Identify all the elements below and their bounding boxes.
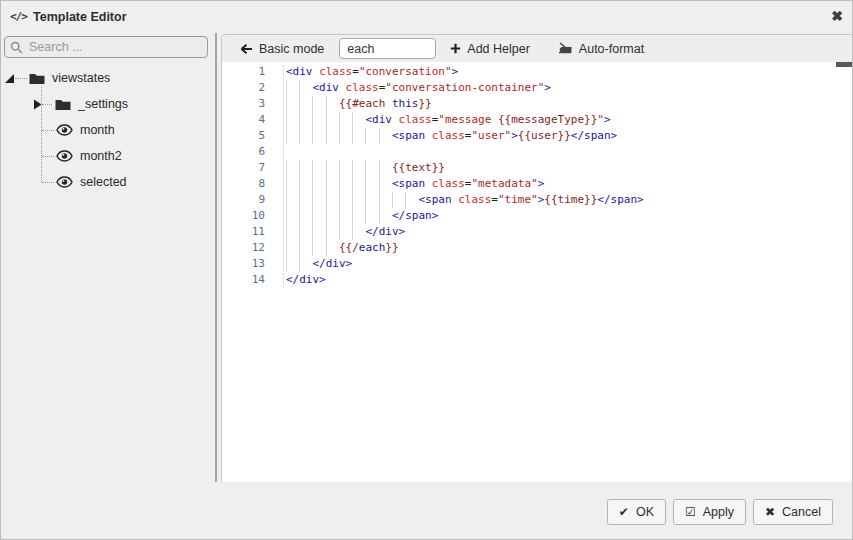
code-token: }} <box>418 96 431 112</box>
close-icon[interactable]: ✖ <box>831 8 843 24</box>
scrollbar-thumb[interactable] <box>836 62 852 67</box>
search-box <box>4 36 208 58</box>
indent-guides <box>286 176 392 192</box>
code-line[interactable]: 8<span class="metadata"> <box>222 176 852 192</box>
dialog-footer: ✔OK☑Apply✖Cancel <box>1 482 852 539</box>
code-line[interactable]: 9<span class="time">{{time}}</span> <box>222 192 852 208</box>
check-square-icon: ☑ <box>685 505 696 519</box>
paint-brush-icon <box>558 42 573 55</box>
tree-item-viewstates[interactable]: viewstates <box>1 65 213 91</box>
basic-mode-button[interactable]: Basic mode <box>240 42 324 56</box>
code-token: <span <box>392 128 432 144</box>
x-icon: ✖ <box>765 505 775 519</box>
code-line[interactable]: 11</div> <box>222 224 852 240</box>
code-icon: </> <box>10 10 27 23</box>
editor-panel: Basic mode Add Helper <box>221 34 853 484</box>
check-icon: ✔ <box>619 505 629 519</box>
tree-item-_settings[interactable]: _settings <box>1 91 213 117</box>
code-token: {{time}} <box>544 192 597 208</box>
folder-icon <box>55 98 71 111</box>
code-token: "user" <box>471 128 511 144</box>
search-input[interactable] <box>4 36 208 58</box>
tree-item-label: _settings <box>78 97 128 111</box>
tree-item-selected[interactable]: selected <box>1 169 213 195</box>
indent-guides <box>286 224 365 240</box>
code-token: "message <box>438 112 498 128</box>
code-line[interactable]: 1<div class="conversation"> <box>222 64 852 80</box>
code-token: <div <box>312 80 345 96</box>
line-number: 5 <box>222 128 284 144</box>
eye-icon <box>56 176 73 188</box>
indent-guides <box>286 240 339 256</box>
code-token: </span> <box>392 208 438 224</box>
footer-buttons: ✔OK☑Apply✖Cancel <box>607 499 833 525</box>
helper-name-input[interactable] <box>339 38 436 59</box>
code-line[interactable]: 2<div class="conversation-container"> <box>222 80 852 96</box>
code-line[interactable]: 14</div> <box>222 272 852 288</box>
button-label: Apply <box>703 505 734 519</box>
code-line[interactable]: 12{{/each}} <box>222 240 852 256</box>
code-token: each <box>359 240 386 256</box>
tree-connector <box>42 156 54 157</box>
plus-icon <box>450 43 461 54</box>
code-token: " <box>597 112 604 128</box>
ok-button[interactable]: ✔OK <box>607 499 666 525</box>
tree-connector <box>42 104 52 105</box>
line-number: 13 <box>222 256 284 272</box>
line-number: 11 <box>222 224 284 240</box>
code-line[interactable]: 3{{#each this}} <box>222 96 852 112</box>
code-line[interactable]: 5<span class="user">{{user}}</span> <box>222 128 852 144</box>
tree-item-label: viewstates <box>52 71 110 85</box>
code-line[interactable]: 6 <box>222 144 852 160</box>
code-token: "conversation" <box>359 64 452 80</box>
code-line[interactable]: 13</div> <box>222 256 852 272</box>
code-token: {{messageType}} <box>498 112 597 128</box>
add-helper-button[interactable]: Add Helper <box>450 42 530 56</box>
indent-guides <box>286 112 365 128</box>
code-token: <span <box>418 192 458 208</box>
code-token: = <box>352 64 359 80</box>
code-line[interactable]: 10</span> <box>222 208 852 224</box>
line-number: 10 <box>222 208 284 224</box>
code-line[interactable]: 4<div class="message {{messageType}}"> <box>222 112 852 128</box>
panel-divider[interactable] <box>215 33 217 484</box>
code-token: {{text}} <box>392 160 445 176</box>
basic-mode-label: Basic mode <box>259 42 324 56</box>
code-token: = <box>465 176 472 192</box>
expander-icon[interactable] <box>4 73 15 84</box>
indent-guides <box>286 128 392 144</box>
add-helper-label: Add Helper <box>467 42 530 56</box>
tree-item-month[interactable]: month <box>1 117 213 143</box>
code-token: > <box>452 64 459 80</box>
code-token: </div> <box>312 256 352 272</box>
code-token: > <box>538 176 545 192</box>
code-token: = <box>491 192 498 208</box>
line-number: 2 <box>222 80 284 96</box>
tree-item-month2[interactable]: month2 <box>1 143 213 169</box>
folder-icon <box>29 72 45 85</box>
cancel-button[interactable]: ✖Cancel <box>753 499 833 525</box>
indent-guides <box>286 192 418 208</box>
code-token: class <box>458 192 491 208</box>
indent-guides <box>286 96 339 112</box>
indent-guides <box>286 208 392 224</box>
indent-guides <box>286 80 312 96</box>
button-label: OK <box>636 505 654 519</box>
code-token: = <box>465 128 472 144</box>
apply-button[interactable]: ☑Apply <box>673 499 746 525</box>
auto-format-button[interactable]: Auto-format <box>558 42 644 56</box>
line-number: 7 <box>222 160 284 176</box>
line-number: 14 <box>222 272 284 288</box>
code-token: </span> <box>597 192 643 208</box>
line-number: 3 <box>222 96 284 112</box>
expander-icon[interactable] <box>34 99 42 110</box>
line-number: 9 <box>222 192 284 208</box>
code-token: = <box>379 80 386 96</box>
template-editor-dialog: </> Template Editor ✖ viewstates_setting… <box>0 0 853 540</box>
code-token: <div <box>365 112 398 128</box>
code-token: <span <box>392 176 432 192</box>
code-editor[interactable]: 1<div class="conversation">2<div class="… <box>222 62 852 483</box>
code-token: class <box>432 128 465 144</box>
code-token: class <box>399 112 432 128</box>
code-line[interactable]: 7{{text}} <box>222 160 852 176</box>
